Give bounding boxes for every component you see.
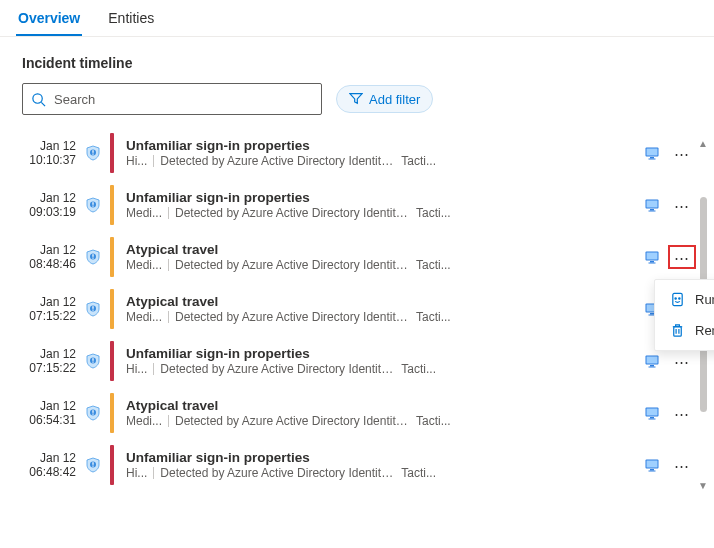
svg-rect-3: [92, 150, 93, 153]
severity-text: Hi...: [126, 362, 147, 376]
svg-rect-20: [647, 253, 658, 260]
svg-rect-11: [92, 206, 93, 207]
alert-title: Unfamiliar sign-in properties: [126, 450, 636, 465]
timeline-row[interactable]: Jan 1206:54:31Atypical travelMedi...Dete…: [22, 387, 696, 439]
alert-description: Detected by Azure Active Directory Ident…: [175, 310, 410, 324]
search-input[interactable]: [54, 92, 313, 107]
alert-shield-icon: [84, 405, 102, 421]
row-more-button[interactable]: ⋯: [668, 193, 696, 217]
severity-text: Hi...: [126, 466, 147, 480]
timeline-row[interactable]: Jan 1209:03:19Unfamiliar sign-in propert…: [22, 179, 696, 231]
alert-description: Detected by Azure Active Directory Ident…: [160, 362, 395, 376]
timestamp: Jan 1207:15:22: [22, 347, 76, 375]
row-more-button[interactable]: ⋯: [668, 245, 696, 269]
add-filter-button[interactable]: Add filter: [336, 85, 433, 113]
svg-rect-48: [647, 461, 658, 468]
alert-details: Unfamiliar sign-in propertiesHi...Detect…: [122, 138, 636, 168]
timestamp: Jan 1208:48:46: [22, 243, 76, 271]
menu-remove-alert[interactable]: Remove alert: [655, 315, 714, 346]
svg-rect-18: [92, 258, 93, 259]
row-more-button[interactable]: ⋯: [668, 453, 696, 477]
svg-rect-39: [92, 414, 93, 415]
row-more-button[interactable]: ⋯: [668, 349, 696, 373]
timeline-row[interactable]: Jan 1207:15:22Atypical travelMedi...Dete…: [22, 283, 696, 335]
svg-rect-21: [650, 261, 654, 263]
svg-rect-38: [92, 410, 93, 413]
svg-rect-6: [647, 149, 658, 156]
svg-rect-32: [92, 362, 93, 363]
svg-rect-36: [649, 367, 656, 368]
tactics-text: Tacti...: [401, 362, 436, 376]
row-more-button[interactable]: ⋯: [668, 141, 696, 165]
alert-details: Unfamiliar sign-in propertiesHi...Detect…: [122, 450, 636, 480]
severity-bar: [110, 445, 114, 485]
svg-rect-46: [92, 466, 93, 467]
svg-line-1: [41, 102, 45, 106]
alert-description: Detected by Azure Active Directory Ident…: [160, 466, 395, 480]
svg-rect-8: [649, 159, 656, 160]
alert-description: Detected by Azure Active Directory Ident…: [175, 258, 410, 272]
tab-strip: Overview Entities: [0, 0, 714, 37]
timeline-row[interactable]: Jan 1210:10:37Unfamiliar sign-in propert…: [22, 127, 696, 179]
svg-point-53: [678, 298, 679, 299]
timeline-row[interactable]: Jan 1208:48:46Atypical travelMedi...Dete…: [22, 231, 696, 283]
search-box[interactable]: [22, 83, 322, 115]
monitor-icon: [644, 457, 660, 473]
tab-overview[interactable]: Overview: [16, 0, 82, 36]
svg-rect-7: [650, 157, 654, 159]
scroll-up-arrow[interactable]: ▲: [698, 139, 708, 149]
alert-details: Atypical travelMedi...Detected by Azure …: [122, 242, 636, 272]
row-context-menu: Run playbook Remove alert: [654, 279, 714, 351]
svg-rect-45: [92, 462, 93, 465]
menu-run-playbook-label: Run playbook: [695, 292, 714, 307]
tab-entities[interactable]: Entities: [106, 0, 156, 36]
menu-remove-alert-label: Remove alert: [695, 323, 714, 338]
tactics-text: Tacti...: [416, 258, 451, 272]
timeline-row[interactable]: Jan 1207:15:22Unfamiliar sign-in propert…: [22, 335, 696, 387]
severity-bar: [110, 289, 114, 329]
monitor-icon: [644, 353, 660, 369]
controls-bar: Add filter: [0, 83, 714, 127]
tactics-text: Tacti...: [401, 154, 436, 168]
filter-icon: [349, 91, 363, 108]
svg-rect-34: [647, 357, 658, 364]
scroll-down-arrow[interactable]: ▼: [698, 481, 708, 491]
timestamp: Jan 1210:10:37: [22, 139, 76, 167]
timestamp: Jan 1207:15:22: [22, 295, 76, 323]
alert-description: Detected by Azure Active Directory Ident…: [175, 414, 410, 428]
divider: [168, 311, 169, 323]
svg-rect-15: [649, 211, 656, 212]
timeline: Jan 1210:10:37Unfamiliar sign-in propert…: [0, 127, 714, 503]
severity-bar: [110, 185, 114, 225]
tactics-text: Tacti...: [416, 206, 451, 220]
monitor-icon: [644, 145, 660, 161]
menu-run-playbook[interactable]: Run playbook: [655, 284, 714, 315]
alert-shield-icon: [84, 457, 102, 473]
alert-title: Unfamiliar sign-in properties: [126, 138, 636, 153]
panel-title: Incident timeline: [0, 37, 714, 83]
alert-title: Unfamiliar sign-in properties: [126, 346, 636, 361]
alert-shield-icon: [84, 249, 102, 265]
svg-rect-25: [92, 310, 93, 311]
timestamp: Jan 1209:03:19: [22, 191, 76, 219]
divider: [153, 467, 154, 479]
svg-rect-31: [92, 358, 93, 361]
divider: [168, 259, 169, 271]
alert-shield-icon: [84, 353, 102, 369]
svg-rect-42: [650, 417, 654, 419]
severity-text: Medi...: [126, 414, 162, 428]
divider: [168, 207, 169, 219]
add-filter-label: Add filter: [369, 92, 420, 107]
svg-rect-49: [650, 469, 654, 471]
svg-rect-35: [650, 365, 654, 367]
divider: [153, 363, 154, 375]
svg-rect-24: [92, 306, 93, 309]
severity-text: Medi...: [126, 258, 162, 272]
row-more-button[interactable]: ⋯: [668, 401, 696, 425]
svg-rect-4: [92, 154, 93, 155]
alert-details: Atypical travelMedi...Detected by Azure …: [122, 294, 636, 324]
timeline-row[interactable]: Jan 1206:48:42Unfamiliar sign-in propert…: [22, 439, 696, 491]
svg-point-0: [33, 93, 42, 102]
svg-rect-17: [92, 254, 93, 257]
severity-text: Medi...: [126, 310, 162, 324]
